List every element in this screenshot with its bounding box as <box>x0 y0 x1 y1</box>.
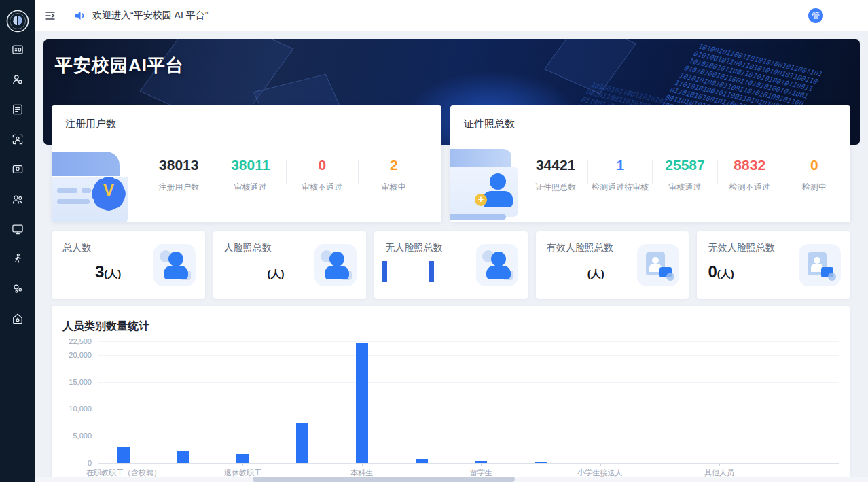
x-axis-tick <box>242 464 243 466</box>
app-logo-icon <box>5 8 31 34</box>
stat-item: 0审核不通过 <box>287 157 358 193</box>
gridline <box>98 355 839 356</box>
sidebar-item-monitor[interactable] <box>10 222 25 237</box>
stat-item: 1检测通过待审核 <box>588 157 652 193</box>
stat-value: 1 <box>588 157 652 173</box>
stat-item: 0检测中 <box>782 157 846 193</box>
gridline <box>98 436 839 436</box>
stat-cards-row: 注册用户数 V 38013注册用户数38011审核通过0审核不通过2审核中 证件… <box>52 105 850 222</box>
stat-label: 审核通过 <box>653 182 717 193</box>
chart-bar <box>117 447 130 463</box>
horizontal-scrollbar-track <box>35 477 868 482</box>
id-card-icon <box>11 43 24 56</box>
sidebar-item-face-scan[interactable] <box>10 132 25 147</box>
sidebar-item-map-pin[interactable] <box>10 162 25 177</box>
stat-item: 2审核中 <box>359 157 430 193</box>
photo-stats: 34421证件照总数1检测通过待审核25587审核通过8832检测不通过0检测中 <box>524 157 846 193</box>
gridline <box>98 409 839 409</box>
summary-card-value: 3(人) <box>62 262 121 281</box>
chart-bar <box>296 423 308 463</box>
summary-card-value: 0(人) <box>708 262 734 281</box>
verified-badge-icon: V <box>90 175 128 213</box>
summary-cards-row: 总人数3(人)人脸照总数(人)无人脸照总数有效人脸照总数(人)无效人脸照总数0(… <box>52 231 850 299</box>
bar-chart: 05,00010,00015,00020,00022,500在职教职工（含校聘）… <box>98 341 839 463</box>
summary-card: 有效人脸照总数(人) <box>536 231 689 299</box>
registered-users-card: 注册用户数 V 38013注册用户数38011审核通过0审核不通过2审核中 <box>52 105 441 222</box>
stat-label: 审核不通过 <box>287 182 358 193</box>
stat-value: 0 <box>782 157 846 173</box>
sidebar-item-cluster[interactable] <box>10 281 25 296</box>
add-badge-icon: + <box>475 194 487 206</box>
stat-value: 0 <box>287 157 358 173</box>
summary-card-value: (人) <box>224 262 285 281</box>
person-icon <box>153 244 196 286</box>
stat-label: 审核通过 <box>215 182 287 193</box>
cluster-icon <box>11 282 24 296</box>
y-axis-tick-label: 0 <box>55 459 92 467</box>
summary-card: 人脸照总数(人) <box>213 231 367 299</box>
sidebar-item-home-settings[interactable] <box>10 311 25 326</box>
x-axis-tick <box>719 464 720 466</box>
stat-item: 8832检测不通过 <box>718 157 782 193</box>
summary-card: 无效人脸照总数0(人) <box>697 231 850 299</box>
sidebar <box>0 0 35 482</box>
chart-bar <box>236 454 249 463</box>
stat-value: 25587 <box>653 157 717 173</box>
sidebar-item-id-card[interactable] <box>10 42 25 57</box>
card-title: 证件照总数 <box>450 105 850 131</box>
stat-value: 38013 <box>143 157 215 173</box>
document-icon <box>11 103 24 116</box>
user-avatar[interactable]: 管 <box>808 8 823 23</box>
stat-label: 检测中 <box>782 182 846 193</box>
y-axis-tick-label: 22,500 <box>55 337 92 345</box>
stat-label: 审核中 <box>359 182 430 193</box>
map-pin-icon <box>11 162 24 176</box>
count-animation-artifact <box>429 261 434 282</box>
y-axis-tick-label: 15,000 <box>55 378 92 386</box>
gridline <box>98 341 839 342</box>
stat-value: 2 <box>359 157 430 173</box>
chart-bar <box>475 461 487 463</box>
y-axis-tick-label: 10,000 <box>55 404 92 413</box>
main-content: 1010010110011010101001011001101010100101… <box>35 31 868 482</box>
sidebar-nav <box>10 42 25 326</box>
x-axis-tick <box>481 464 482 466</box>
gridline <box>98 382 839 383</box>
id-photos-card: 证件照总数 + 34421证件照总数1检测通过待审核25587审核通过8832检… <box>450 105 850 222</box>
collapse-menu-icon[interactable] <box>43 9 57 22</box>
top-header: 欢迎进入“平安校园 AI 平台” 管 <box>35 0 868 31</box>
announcement-speaker-icon <box>73 9 87 22</box>
count-animation-artifact <box>382 261 387 282</box>
card-title: 注册用户数 <box>52 105 441 131</box>
stat-label: 注册用户数 <box>143 182 215 193</box>
summary-card-value: (人) <box>547 262 604 281</box>
sidebar-item-group[interactable] <box>10 192 25 207</box>
stat-label: 检测不通过 <box>718 182 782 193</box>
stat-value: 38011 <box>215 157 287 173</box>
x-axis-tick <box>124 464 124 466</box>
photo-icon <box>799 244 841 286</box>
welcome-message: 欢迎进入“平安校园 AI 平台” <box>92 10 208 22</box>
sidebar-item-user-settings[interactable] <box>10 72 25 87</box>
stat-value: 8832 <box>718 157 782 173</box>
banner-title: 平安校园AI平台 <box>55 54 184 78</box>
chart-card: 人员类别数量统计 05,00010,00015,00020,00022,500在… <box>52 306 850 482</box>
monitor-icon <box>11 222 24 236</box>
chart-bar <box>177 451 189 463</box>
horizontal-scrollbar-thumb[interactable] <box>253 477 515 482</box>
stat-value: 34421 <box>524 157 587 173</box>
stat-item: 38013注册用户数 <box>143 157 215 193</box>
summary-card: 总人数3(人) <box>52 231 205 299</box>
photo-icon <box>637 244 679 286</box>
person-icon <box>476 244 518 286</box>
user-settings-icon <box>11 73 24 86</box>
stat-item: 38011审核通过 <box>215 157 287 193</box>
chart-bar <box>416 459 428 463</box>
chart-title: 人员类别数量统计 <box>52 306 850 334</box>
sidebar-item-document[interactable] <box>10 102 25 117</box>
y-axis-tick-label: 20,000 <box>55 351 92 359</box>
sidebar-item-pedestrian[interactable] <box>10 252 25 266</box>
x-axis-line <box>98 463 839 464</box>
summary-card: 无人脸照总数 <box>374 231 528 299</box>
photo-illustration: + <box>450 146 530 222</box>
